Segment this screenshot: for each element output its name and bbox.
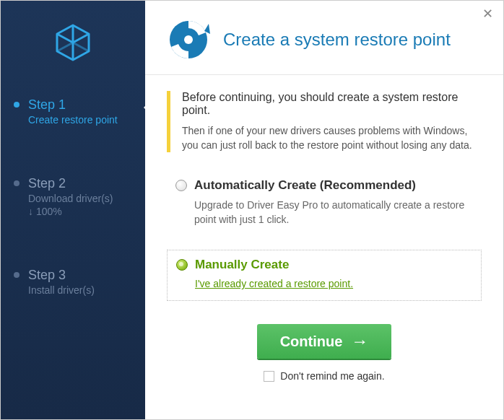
option-auto-create[interactable]: Automatically Create (Recommended) Upgra…: [167, 171, 482, 237]
dont-remind-label: Don't remind me again.: [280, 370, 384, 382]
step-sub: Install driver(s): [28, 284, 132, 296]
info-callout: Before continuing, you should create a s…: [167, 91, 482, 152]
close-icon: ✕: [482, 6, 493, 21]
step-sub: Download driver(s): [28, 193, 132, 204]
restore-icon: [167, 18, 210, 61]
step-dot-icon: [14, 102, 19, 108]
step-title: Step 2: [28, 176, 132, 191]
continue-button[interactable]: Continue →: [257, 324, 392, 359]
step-dot-icon: [14, 272, 19, 278]
step-progress: ↓ 100%: [28, 206, 132, 217]
close-button[interactable]: ✕: [479, 5, 496, 22]
info-body-text: Then if one of your new drivers causes p…: [182, 124, 482, 152]
dont-remind-row[interactable]: Don't remind me again.: [145, 370, 503, 382]
continue-label: Continue: [280, 333, 343, 350]
option-manual-title: Manually Create: [195, 258, 289, 272]
option-manual-create[interactable]: Manually Create I've already created a r…: [167, 250, 482, 301]
already-created-link[interactable]: I've already created a restore point.: [195, 278, 353, 289]
radio-checked-icon[interactable]: [176, 259, 188, 271]
sidebar: Step 1 Create restore point Step 2 Downl…: [1, 1, 145, 419]
step-title: Step 3: [28, 268, 132, 283]
step-sub: Create restore point: [28, 114, 132, 126]
page-title: Create a system restore point: [223, 30, 451, 50]
page-header: Create a system restore point: [145, 1, 503, 75]
cube-logo-icon: [51, 21, 95, 67]
step-title: Step 1: [28, 97, 132, 113]
arrow-right-icon: →: [351, 333, 368, 350]
info-lead-text: Before continuing, you should create a s…: [182, 91, 482, 117]
radio-unchecked-icon[interactable]: [175, 180, 187, 191]
steps-list: Step 1 Create restore point Step 2 Downl…: [1, 89, 145, 309]
info-accent-bar: [167, 91, 170, 152]
option-auto-title: Automatically Create (Recommended): [194, 178, 416, 193]
step-1[interactable]: Step 1 Create restore point: [1, 89, 145, 139]
step-dot-icon: [14, 180, 19, 186]
footer: Continue → Don't remind me again.: [145, 324, 503, 382]
app-logo: [1, 1, 145, 89]
option-auto-desc: Upgrade to Driver Easy Pro to automatica…: [194, 198, 473, 227]
option-auto-radio-row[interactable]: Automatically Create (Recommended): [175, 178, 473, 193]
main-panel: ✕ Create a system restore point Before c…: [145, 1, 503, 419]
svg-point-1: [184, 35, 193, 44]
step-3[interactable]: Step 3 Install driver(s): [1, 259, 145, 309]
option-manual-radio-row[interactable]: Manually Create: [176, 258, 472, 272]
step-2[interactable]: Step 2 Download driver(s) ↓ 100%: [1, 167, 145, 230]
dont-remind-checkbox[interactable]: [264, 371, 274, 382]
